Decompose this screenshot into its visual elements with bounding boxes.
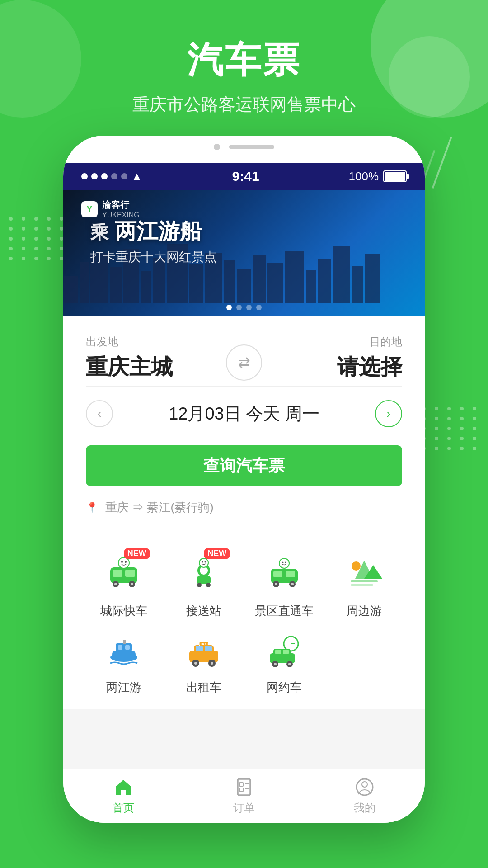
phone-camera-area (214, 144, 274, 150)
tab-home[interactable]: 首页 (113, 777, 134, 815)
banner-dot-1 (226, 305, 232, 310)
service-pickup[interactable]: NEW 接送站 (166, 552, 242, 619)
svg-point-15 (199, 558, 208, 567)
service-rideshare[interactable]: 网约车 (246, 628, 322, 695)
svg-point-17 (205, 561, 206, 563)
page-title: 汽车票 (0, 36, 488, 85)
svg-point-26 (282, 562, 283, 563)
search-button[interactable]: 查询汽车票 (86, 445, 402, 486)
from-city: 重庆主城 (86, 353, 217, 382)
tab-profile[interactable]: 我的 (354, 777, 375, 815)
svg-rect-31 (351, 580, 378, 582)
svg-rect-61 (238, 779, 250, 795)
profile-icon (355, 777, 375, 797)
intercity-icon-wrap: NEW (101, 552, 146, 597)
phone-content[interactable]: Y 渝客行 YUKEXING 乘 乘 两江游船 两江游船 打卡重庆十大网红景点 (63, 190, 425, 769)
service-taxi[interactable]: TAXI 出租车 (166, 628, 242, 695)
order-icon (234, 777, 254, 797)
svg-point-59 (288, 663, 291, 665)
new-badge: NEW (124, 548, 150, 559)
signal-dot-5 (121, 173, 127, 179)
svg-rect-41 (196, 646, 203, 651)
slash-decoration-1 (432, 137, 452, 189)
phone-frame: ▲ 9:41 100% (63, 136, 425, 823)
swap-button[interactable]: ⇄ (226, 344, 262, 381)
svg-point-30 (352, 561, 361, 571)
service-scenic[interactable]: 景区直通车 (246, 552, 322, 619)
service-boat[interactable]: 两江游 (86, 628, 162, 695)
svg-rect-19 (273, 571, 282, 577)
mountain-tour-icon (346, 556, 382, 592)
phone-notch (63, 136, 425, 163)
prev-date-button[interactable]: ‹ (86, 400, 113, 427)
scenic-label: 景区直通车 (255, 603, 314, 619)
signal-dot-4 (111, 173, 117, 179)
tour-icon-wrap (342, 552, 387, 597)
banner-dots (226, 305, 262, 310)
battery-icon (383, 170, 407, 182)
camera-dot (214, 144, 220, 150)
from-section[interactable]: 出发地 重庆主城 (86, 335, 217, 382)
swap-icon: ⇄ (238, 354, 250, 371)
recent-route[interactable]: 📍 重庆 ⇒ 綦江(綦行驹) (86, 495, 402, 520)
tab-orders-label: 订单 (233, 801, 255, 815)
promo-banner[interactable]: Y 渝客行 YUKEXING 乘 乘 两江游船 两江游船 打卡重庆十大网红景点 (63, 190, 425, 316)
chevron-right-icon: › (386, 406, 390, 421)
chevron-left-icon: ‹ (97, 406, 101, 421)
svg-rect-54 (275, 650, 281, 654)
tab-bar: 首页 订单 我的 (63, 769, 425, 823)
selected-date: 12月03日 今天 周一 (169, 402, 319, 425)
svg-rect-37 (125, 645, 130, 650)
svg-point-44 (194, 662, 197, 665)
svg-point-16 (202, 561, 203, 563)
svg-point-57 (274, 663, 277, 665)
next-date-button[interactable]: › (375, 400, 402, 427)
booking-form: 出发地 重庆主城 ⇄ 目的地 请选择 ‹ 12月03日 今天 周一 › (63, 316, 425, 538)
svg-rect-36 (118, 645, 122, 650)
to-label: 目的地 (271, 335, 402, 349)
svg-point-67 (362, 782, 367, 787)
status-bar: ▲ 9:41 100% (63, 163, 425, 190)
taxi-icon-wrap: TAXI (181, 628, 226, 673)
to-city: 请选择 (271, 353, 402, 382)
pin-icon: 📍 (86, 502, 98, 514)
pickup-icon (186, 556, 222, 592)
logo-text: 渝客行 YUKEXING (102, 199, 140, 219)
svg-point-14 (206, 583, 211, 587)
tab-orders[interactable]: 订单 (233, 777, 255, 815)
svg-point-46 (211, 662, 213, 665)
tab-profile-label: 我的 (354, 801, 375, 815)
service-tour[interactable]: 周边游 (327, 552, 403, 619)
pickup-icon-wrap: NEW (181, 552, 226, 597)
status-time: 9:41 (232, 169, 259, 184)
battery-percent: 100% (349, 170, 379, 184)
banner-subtitle: 打卡重庆十大网红景点 (90, 249, 217, 266)
svg-point-25 (279, 558, 289, 568)
divider-1 (86, 386, 402, 387)
battery-fill (385, 172, 405, 181)
svg-rect-60 (238, 779, 250, 795)
date-selector[interactable]: ‹ 12月03日 今天 周一 › (86, 391, 402, 436)
banner-title: 乘 乘 两江游船 两江游船 (90, 217, 202, 246)
home-icon (113, 777, 133, 797)
svg-point-9 (125, 561, 127, 563)
signal-area: ▲ (81, 170, 143, 184)
signal-dot-3 (101, 173, 108, 179)
services-section: NEW (63, 538, 425, 709)
signal-dot-1 (81, 173, 88, 179)
page-subtitle: 重庆市公路客运联网售票中心 (0, 93, 488, 116)
speaker-bar (229, 145, 274, 149)
service-intercity[interactable]: NEW (86, 552, 162, 619)
svg-rect-32 (351, 584, 373, 586)
svg-rect-34 (112, 651, 136, 658)
svg-rect-55 (283, 650, 289, 654)
svg-point-24 (291, 583, 294, 585)
svg-rect-63 (239, 788, 243, 792)
route-selector: 出发地 重庆主城 ⇄ 目的地 请选择 (86, 335, 402, 382)
to-section[interactable]: 目的地 请选择 (271, 335, 402, 382)
tab-home-label: 首页 (113, 801, 134, 815)
svg-rect-38 (123, 640, 126, 644)
header: 汽车票 重庆市公路客运联网售票中心 (0, 36, 488, 116)
rideshare-label: 网约车 (267, 679, 302, 695)
rideshare-icon-wrap (262, 628, 307, 673)
